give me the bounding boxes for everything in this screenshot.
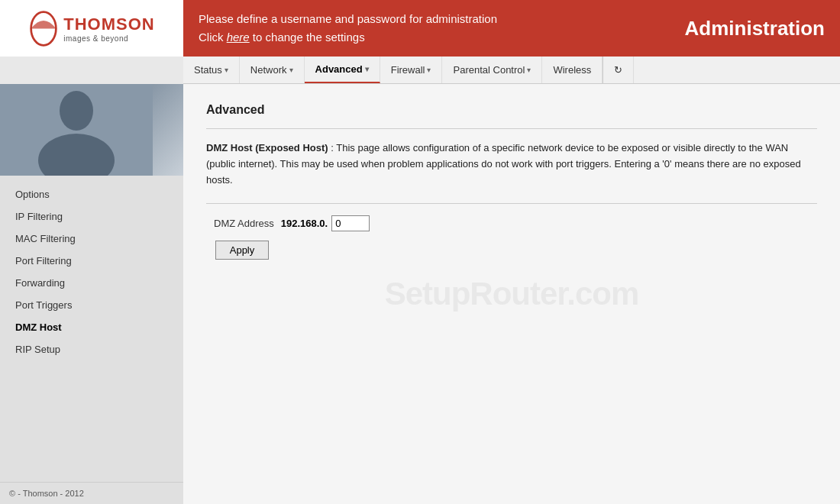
dmz-address-prefix: 192.168.0. [281, 218, 328, 229]
header-banner: Please define a username and password fo… [183, 0, 840, 57]
banner-post: to change the settings [250, 31, 365, 44]
dmz-address-row: DMZ Address 192.168.0. [214, 215, 817, 231]
dmz-address-input[interactable] [331, 215, 370, 231]
apply-button[interactable]: Apply [215, 241, 269, 260]
main-layout: Options IP Filtering MAC Filtering Port … [0, 84, 840, 504]
nav-network[interactable]: Network ▾ [240, 57, 305, 83]
sidebar-item-dmz-host[interactable]: DMZ Host [0, 316, 183, 338]
sidebar-item-forwarding[interactable]: Forwarding [0, 272, 183, 294]
banner-pre: Click [199, 31, 227, 44]
nav-wireless[interactable]: Wireless [542, 57, 603, 83]
dmz-form: DMZ Address 192.168.0. Apply [206, 215, 817, 260]
nav-more[interactable]: ↻ [603, 57, 634, 83]
navbar: Status ▾ Network ▾ Advanced ▾ Firewall ▾… [183, 57, 840, 84]
logo-arc-icon [28, 9, 59, 47]
sidebar-item-port-filtering[interactable]: Port Filtering [0, 250, 183, 272]
content-title: Advanced [206, 103, 817, 117]
sidebar-item-ip-filtering[interactable]: IP Filtering [0, 205, 183, 228]
sidebar-item-options[interactable]: Options [0, 183, 183, 205]
admin-title: Administration [670, 17, 825, 40]
banner-line2: Click here to change the settings [199, 28, 497, 47]
sidebar-person-image [0, 84, 183, 176]
content-watermark: SetupRouter.com [385, 276, 639, 312]
banner-line1: Please define a username and password fo… [199, 10, 497, 28]
banner-link[interactable]: here [227, 31, 250, 44]
apply-button-row: Apply [214, 241, 817, 260]
banner-text: Please define a username and password fo… [199, 10, 497, 47]
content-divider [206, 128, 817, 129]
sidebar: Options IP Filtering MAC Filtering Port … [0, 84, 183, 504]
dmz-address-label: DMZ Address [214, 218, 274, 229]
header: THOMSON images & beyond Please define a … [0, 0, 840, 57]
svg-point-2 [60, 91, 93, 131]
sidebar-item-rip-setup[interactable]: RIP Setup [0, 338, 183, 360]
dmz-section-title: DMZ Host (Exposed Host) [206, 142, 328, 153]
nav-parental-control[interactable]: Parental Control ▾ [442, 57, 542, 83]
nav-firewall[interactable]: Firewall ▾ [380, 57, 443, 83]
logo-tagline: images & beyond [63, 34, 154, 43]
sidebar-item-port-triggers[interactable]: Port Triggers [0, 294, 183, 316]
content-description: DMZ Host (Exposed Host) : This page allo… [206, 141, 817, 188]
content-divider-2 [206, 203, 817, 204]
content-area: SetupRouter.com Advanced DMZ Host (Expos… [183, 84, 840, 504]
sidebar-item-mac-filtering[interactable]: MAC Filtering [0, 228, 183, 250]
logo-area: THOMSON images & beyond [0, 0, 183, 57]
logo-company-name: THOMSON [63, 15, 154, 34]
nav-advanced[interactable]: Advanced ▾ [305, 57, 380, 83]
nav-status[interactable]: Status ▾ [183, 57, 240, 83]
sidebar-navigation: Options IP Filtering MAC Filtering Port … [0, 176, 183, 482]
person-silhouette [0, 84, 153, 176]
sidebar-footer: © - Thomson - 2012 [0, 482, 183, 504]
